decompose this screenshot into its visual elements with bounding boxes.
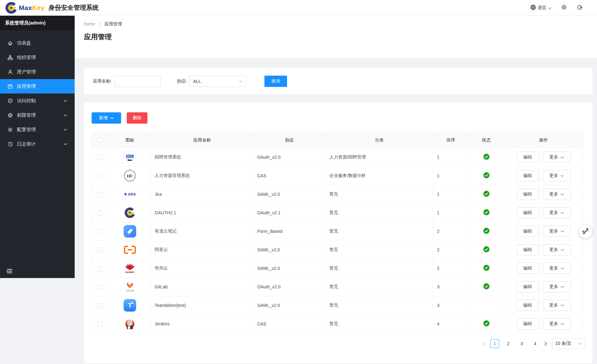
breadcrumb-current: 应用管理 (104, 21, 122, 26)
row-checkbox[interactable] (98, 174, 103, 179)
chevron-down-icon (110, 117, 114, 119)
cell-protocol: SAML_v2.0 (253, 259, 326, 278)
collapse-sidebar-button[interactable] (6, 267, 14, 275)
edit-button[interactable]: 编辑 (516, 318, 539, 329)
column-header: 图标 (109, 132, 151, 148)
cell-protocol: CAS (253, 315, 326, 333)
edit-button[interactable]: 编辑 (516, 300, 539, 311)
gear-icon (561, 4, 567, 11)
chevron-down-icon (239, 80, 243, 83)
app-name-input[interactable] (114, 76, 161, 87)
row-checkbox[interactable] (98, 192, 103, 197)
sidebar-item-label: 仪表盘 (17, 40, 31, 46)
page-number-3[interactable]: 3 (517, 339, 526, 348)
status-ok-icon (483, 190, 490, 197)
more-button[interactable]: 更多 (543, 244, 571, 255)
breadcrumb-home-link[interactable]: home (84, 21, 95, 26)
more-button[interactable]: 更多 (543, 152, 571, 163)
sidebar-item-5[interactable]: 权限管理 (0, 108, 75, 122)
sidebar-item-4[interactable]: 访问控制 (0, 94, 75, 108)
sidebar-item-label: 权限管理 (17, 112, 36, 118)
table-row: HR人力资源管理系统CAS企业服务/数据分析1编辑更多 (92, 167, 583, 185)
cell-sort: 3 (433, 296, 469, 315)
table-row: 阿里云SAML_v2.0暂无2编辑更多 (92, 241, 583, 259)
apps-panel: 新增 删除 图标应用名称协议分类排序状态操作 招聘招聘管理系统OAuth_v2.… (84, 102, 593, 363)
chevron-down-icon (64, 114, 67, 116)
row-checkbox[interactable] (98, 285, 103, 290)
chevron-down-icon (561, 286, 564, 288)
more-button[interactable]: 更多 (543, 207, 571, 218)
jira-app-icon: JIRA (109, 188, 151, 201)
more-button[interactable]: 更多 (543, 263, 571, 274)
row-checkbox[interactable] (98, 322, 103, 327)
dashboard-icon (8, 40, 13, 46)
chevron-down-icon (561, 193, 564, 195)
select-all-checkbox[interactable] (98, 138, 103, 143)
edit-button[interactable]: 编辑 (516, 189, 539, 200)
delete-button[interactable]: 删除 (127, 112, 147, 124)
more-button[interactable]: 更多 (543, 170, 571, 181)
sidebar-item-label: 组织管理 (17, 55, 36, 61)
sidebar-item-label: 用户管理 (17, 69, 36, 75)
cell-app-name: 人力资源管理系统 (151, 167, 253, 185)
add-button[interactable]: 新增 (92, 112, 121, 124)
row-checkbox[interactable] (98, 248, 103, 253)
row-checkbox[interactable] (98, 266, 103, 271)
sidebar-item-0[interactable]: 仪表盘 (0, 36, 75, 50)
edit-button[interactable]: 编辑 (516, 244, 539, 255)
settings-button[interactable] (561, 4, 567, 11)
sidebar-item-label: 日志审计 (17, 141, 36, 147)
cell-category: 暂无 (326, 204, 433, 222)
theme-wand-button[interactable] (579, 225, 592, 238)
maxkey-logo-icon (5, 2, 18, 14)
cell-app-name: Teambition(test) (151, 296, 253, 315)
cell-protocol: CAS (253, 167, 326, 185)
page-number-1[interactable]: 1 (490, 339, 499, 348)
more-button[interactable]: 更多 (543, 300, 571, 311)
edit-button[interactable]: 编辑 (516, 263, 539, 274)
more-button[interactable]: 更多 (543, 318, 571, 329)
clock-icon (8, 142, 13, 147)
cell-status (469, 241, 504, 259)
sidebar-item-6[interactable]: 配置管理 (0, 122, 75, 137)
more-button[interactable]: 更多 (543, 281, 571, 292)
logout-button[interactable] (577, 4, 583, 11)
table-row: OAUTH2.1OAuth_v2.1暂无1编辑更多 (92, 204, 583, 222)
sidebar-item-7[interactable]: 日志审计 (0, 137, 75, 151)
column-header: 排序 (433, 132, 469, 148)
edit-button[interactable]: 编辑 (516, 170, 539, 181)
prev-page-button[interactable] (483, 342, 486, 346)
more-button[interactable]: 更多 (543, 226, 571, 237)
page-size-select[interactable]: 10 条/页 (552, 338, 585, 349)
row-checkbox[interactable] (98, 303, 103, 308)
cell-sort: 1 (433, 185, 469, 204)
page-number-4[interactable]: 4 (531, 339, 540, 348)
aliyun-app-icon (109, 244, 151, 256)
status-ok-icon (483, 246, 490, 253)
sidebar-item-1[interactable]: 组织管理 (0, 50, 75, 65)
status-ok-icon (483, 283, 490, 290)
table-header-row: 图标应用名称协议分类排序状态操作 (92, 132, 583, 148)
cell-status (469, 315, 504, 333)
edit-button[interactable]: 编辑 (516, 281, 539, 292)
page-number-2[interactable]: 2 (504, 339, 513, 348)
cell-category: 暂无 (326, 296, 433, 315)
language-menu[interactable]: 语言 (530, 4, 552, 11)
protocol-select[interactable]: ALL (189, 76, 246, 87)
cell-status (469, 204, 504, 222)
cell-category: 暂无 (326, 222, 433, 241)
next-page-button[interactable] (544, 342, 547, 346)
sidebar-item-label: 访问控制 (17, 98, 36, 104)
edit-button[interactable]: 编辑 (516, 226, 539, 237)
row-checkbox[interactable] (98, 229, 103, 234)
edit-button[interactable]: 编辑 (516, 207, 539, 218)
row-checkbox[interactable] (98, 155, 103, 160)
edit-button[interactable]: 编辑 (516, 152, 539, 163)
sidebar-item-2[interactable]: 用户管理 (0, 65, 75, 79)
search-button[interactable]: 查询 (264, 76, 287, 87)
more-button[interactable]: 更多 (543, 189, 571, 200)
row-checkbox[interactable] (98, 211, 103, 216)
cell-category: 暂无 (326, 259, 433, 278)
sidebar-item-3[interactable]: 应用管理 (0, 79, 75, 94)
cell-protocol: SAML_v2.0 (253, 296, 326, 315)
